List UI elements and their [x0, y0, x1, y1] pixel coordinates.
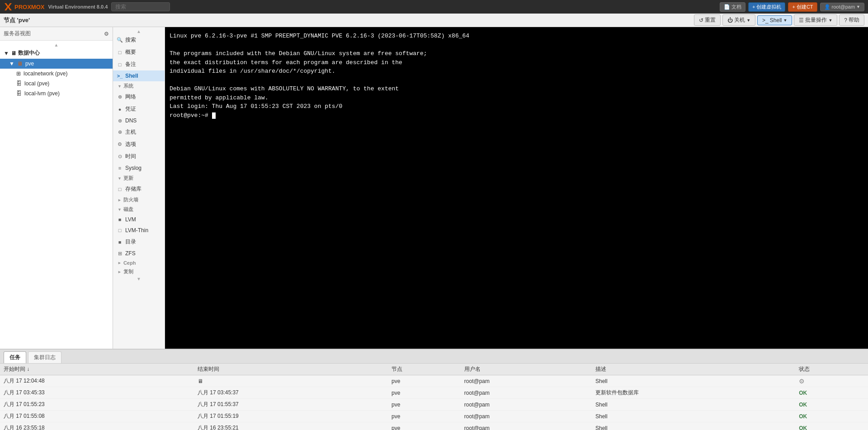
nav-scroll-up-icon[interactable]: ▲	[113, 29, 165, 34]
cell-status: OK	[795, 422, 868, 430]
system-label: 系统	[123, 83, 133, 89]
nav-scroll-down-icon[interactable]: ▼	[113, 276, 165, 281]
nav-item-syslog[interactable]: ≡ Syslog	[113, 163, 165, 173]
table-row[interactable]: 八月 17 12:04:48🖥pveroot@pamShell⚙	[0, 375, 868, 387]
nav-notes-label: 备注	[125, 61, 136, 68]
datacenter-icon: 🖥	[11, 50, 16, 56]
network-nav-icon: ⊕	[117, 94, 123, 100]
nav-item-repositories[interactable]: □ 存储库	[113, 183, 165, 195]
tab-tasks[interactable]: 任务	[4, 351, 26, 363]
nav-item-directory[interactable]: ■ 目录	[113, 236, 165, 248]
status-badge: OK	[799, 413, 807, 420]
cell-user: root@pam	[461, 399, 592, 411]
reload-button[interactable]: ↺ 重置	[694, 14, 721, 26]
cert-nav-icon: ●	[117, 107, 123, 112]
col-user[interactable]: 用户名	[461, 364, 592, 375]
toolbar-left: 节点 'pve'	[4, 16, 30, 24]
col-status[interactable]: 状态	[795, 364, 868, 375]
tree-datacenter-header[interactable]: ▼ 🖥 数据中心	[0, 47, 113, 59]
nav-section-system: ▼ 系统	[113, 81, 165, 91]
nav-item-certificates[interactable]: ● 凭证	[113, 103, 165, 115]
sidebar-item-local[interactable]: 🗄 local (pve)	[0, 79, 113, 89]
user-button[interactable]: 👤 root@pam ▼	[820, 3, 864, 11]
create-vm-button[interactable]: + 创建虚拟机	[748, 2, 785, 12]
cell-end-time: 八月 17 01:55:19	[194, 411, 388, 422]
nav-item-zfs[interactable]: ⊞ ZFS	[113, 248, 165, 259]
bulk-chevron-icon: ▼	[828, 18, 832, 23]
terminal-area[interactable]: Linux pve 6.2.16-3-pve #1 SMP PREEMPT_DY…	[165, 27, 868, 349]
nav-item-dns[interactable]: ⊕ DNS	[113, 115, 165, 126]
tab-cluster-log[interactable]: 集群日志	[28, 351, 61, 363]
dns-nav-icon: ⊕	[117, 118, 123, 124]
reload-icon: ↺	[699, 17, 703, 23]
nav-section-disks: ▼ 磁盘	[113, 205, 165, 214]
bulk-button[interactable]: ☰ 批量操作 ▼	[794, 14, 837, 26]
terminal-blank-line	[170, 76, 863, 85]
toolbar: 节点 'pve' ↺ 重置 ⏻ 关机 ▼ >_ Shell ▼ ☰ 批量操作 ▼	[0, 14, 868, 27]
sidebar-item-pve[interactable]: ▼ 🖥 pve	[0, 59, 113, 69]
sidebar-item-local-lvm[interactable]: 🗄 local-lvm (pve)	[0, 89, 113, 98]
create-ct-icon: +	[792, 4, 795, 9]
firewall-label: 防火墙	[123, 196, 138, 203]
terminal-line: permitted by applicable law.	[170, 93, 863, 103]
cell-user: root@pam	[461, 411, 592, 422]
host-nav-icon: ⊕	[117, 129, 123, 135]
content-area: 服务器视图 ⚙ ▲ ▼ 🖥 数据中心 ▼ 🖥 pve	[0, 27, 868, 349]
cell-start-time: 八月 17 03:45:33	[0, 387, 194, 399]
pve-expand-icon: ▼	[9, 61, 14, 67]
nav-item-notes[interactable]: □ 备注	[113, 58, 165, 70]
search-input[interactable]	[111, 2, 170, 11]
col-start-time[interactable]: 开始时间 ↓	[0, 364, 194, 375]
nav-item-lvm-thin[interactable]: □ LVM-Thin	[113, 225, 165, 236]
local-lvm-icon: 🗄	[16, 90, 22, 97]
cell-node: pve	[388, 387, 461, 399]
header-search[interactable]	[111, 2, 170, 11]
doc-icon: 📄	[724, 4, 730, 10]
shutdown-button[interactable]: ⏻ 关机 ▼	[722, 14, 755, 26]
table-row[interactable]: 八月 17 01:55:08八月 17 01:55:19pveroot@pamS…	[0, 411, 868, 422]
cell-status: OK	[795, 387, 868, 399]
nav-item-network[interactable]: ⊕ 网络	[113, 91, 165, 103]
nav-item-time[interactable]: ⊙ 时间	[113, 150, 165, 163]
nav-repo-label: 存储库	[125, 185, 142, 193]
col-node[interactable]: 节点	[388, 364, 461, 375]
nav-item-summary[interactable]: □ 概要	[113, 46, 165, 58]
cell-status: ⚙	[795, 375, 868, 387]
nav-item-search[interactable]: 🔍 搜索	[113, 34, 165, 46]
header-left: PROXMOX Virtual Environment 8.0.4	[4, 2, 170, 11]
sidebar-header: 服务器视图 ⚙	[0, 27, 113, 41]
nav-item-shell[interactable]: >_ Shell	[113, 70, 165, 81]
local-label: local (pve)	[24, 80, 49, 87]
cell-start-time: 八月 17 12:04:48	[0, 375, 194, 387]
power-icon: ⏻	[727, 17, 733, 23]
terminal-blank-line	[170, 41, 863, 50]
shell-icon: >_	[762, 17, 769, 23]
table-row[interactable]: 八月 16 23:55:18八月 16 23:55:21pveroot@pamS…	[0, 422, 868, 430]
local-storage-icon: 🗄	[16, 80, 22, 87]
updates-label: 更新	[123, 175, 133, 182]
nav-item-host[interactable]: ⊕ 主机	[113, 126, 165, 138]
col-end-time[interactable]: 结束时间	[194, 364, 388, 375]
nav-lvm-label: LVM	[125, 216, 136, 223]
cell-desc: Shell	[592, 375, 795, 387]
cell-status: OK	[795, 411, 868, 422]
shell-button[interactable]: >_ Shell ▼	[757, 15, 792, 25]
doc-button[interactable]: 📄 文档	[720, 2, 745, 12]
nav-item-options[interactable]: ⚙ 选项	[113, 138, 165, 150]
help-button[interactable]: ? 帮助	[839, 14, 864, 26]
nav-item-lvm[interactable]: ■ LVM	[113, 214, 165, 225]
cell-node: pve	[388, 411, 461, 422]
terminal-line: Last login: Thu Aug 17 01:55:23 CST 2023…	[170, 102, 863, 111]
scroll-up-icon[interactable]: ▲	[0, 42, 113, 47]
table-row[interactable]: 八月 17 01:55:23八月 17 01:55:37pveroot@pamS…	[0, 399, 868, 411]
sidebar-item-localnetwork[interactable]: ⊞ localnetwork (pve)	[0, 69, 113, 79]
settings-icon[interactable]: ⚙	[104, 31, 109, 37]
nav-network-label: 网络	[125, 93, 136, 101]
status-badge: OK	[799, 425, 807, 430]
col-desc[interactable]: 描述	[592, 364, 795, 375]
table-row[interactable]: 八月 17 03:45:33八月 17 03:45:37pveroot@pam更…	[0, 387, 868, 399]
header: PROXMOX Virtual Environment 8.0.4 📄 文档 +…	[0, 0, 868, 14]
status-badge: OK	[799, 402, 807, 408]
disks-label: 磁盘	[123, 206, 133, 213]
create-ct-button[interactable]: + 创建CT	[788, 2, 817, 12]
